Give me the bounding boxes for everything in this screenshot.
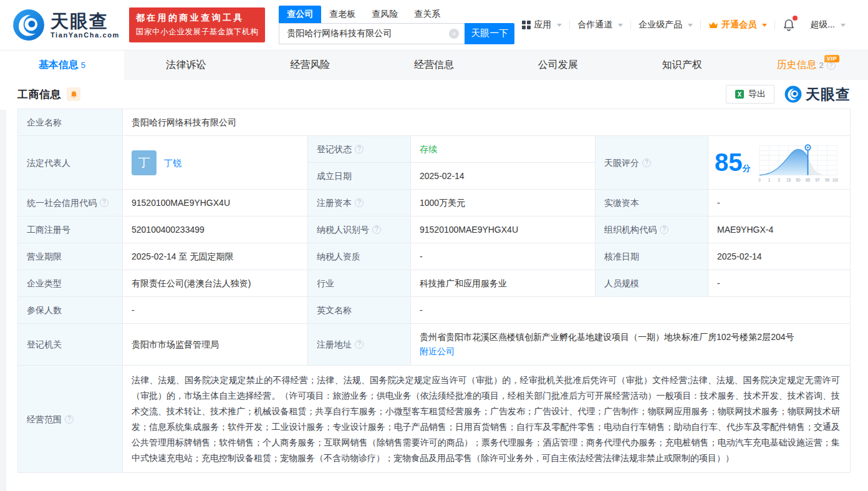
field-label: 纳税人识别号 ? <box>308 216 411 243</box>
tab-label: 知识产权 <box>662 59 702 72</box>
menu-account[interactable]: 超级... <box>803 19 853 31</box>
menu-apps-label: 应用 <box>534 19 551 31</box>
svg-text:99: 99 <box>824 177 829 182</box>
search-input[interactable] <box>279 29 465 39</box>
nested-cells: 登记状态 ? 存续 成立日期 2025-02-14 <box>308 136 596 189</box>
legal-rep-cell: 丁 丁锐 <box>123 136 308 189</box>
field-label: 英文名称 <box>308 297 411 323</box>
authority-value: 贵阳市市场监督管理局 <box>123 324 308 365</box>
section-title: 工商信息 <box>17 87 61 102</box>
menu-vip[interactable]: 开通会员 <box>701 19 774 31</box>
section-bar: 工商信息 导出 天眼查 <box>0 80 868 109</box>
menu-cooperation[interactable]: 合作通道 <box>570 19 630 31</box>
menu-apps[interactable]: 应用 <box>514 19 569 31</box>
menu-cooperation-label: 合作通道 <box>577 19 612 31</box>
help-icon[interactable]: ? <box>100 198 109 207</box>
help-icon[interactable]: ? <box>642 158 651 167</box>
tab-history-info[interactable]: VIP 历史信息 2 ? <box>744 51 868 80</box>
chevron-down-icon <box>557 24 562 27</box>
chevron-down-icon <box>688 24 693 27</box>
chart-x-ticks: 0 1 3 15 50 85 97 99 100 <box>758 177 838 182</box>
tab-intellectual-property[interactable]: 知识产权 <box>620 51 744 80</box>
tab-operation-risk[interactable]: 经营风险 <box>248 51 372 80</box>
business-scope-value: 法律、法规、国务院决定规定禁止的不得经营；法律、法规、国务院决定规定应当许可（审… <box>132 372 841 466</box>
search-tab-risk[interactable]: 查风险 <box>364 6 406 23</box>
watermark-logo: 天眼查 <box>784 85 851 104</box>
company-type-value: 有限责任公司(港澳台法人独资) <box>123 270 308 296</box>
est-date-value: 2025-02-14 <box>411 163 595 189</box>
tab-business-info[interactable]: 经营信息 <box>372 51 496 80</box>
svg-text:97: 97 <box>815 177 820 182</box>
score-distribution-chart: 0 1 3 15 50 85 97 99 100 <box>758 143 838 183</box>
export-label: 导出 <box>748 89 766 100</box>
tab-legal-litigation[interactable]: 法律诉讼 <box>124 51 248 80</box>
search-tab-boss[interactable]: 查老板 <box>321 6 364 23</box>
taxpayer-id-value: 91520100MAE9YHGX4U <box>411 216 596 243</box>
field-label: 行业 <box>308 270 411 296</box>
clear-icon[interactable]: × <box>449 29 459 39</box>
legal-rep-link[interactable]: 丁锐 <box>164 156 181 170</box>
org-code-value: MAE9YHGX-4 <box>708 216 850 243</box>
field-label: 实缴资本 <box>596 190 708 216</box>
help-icon[interactable]: ? <box>372 225 381 234</box>
table-row: 参保人数 - 英文名称 - <box>18 297 850 324</box>
tab-basic-info[interactable]: 基本信息 5 <box>0 51 124 80</box>
chevron-down-icon <box>841 24 846 27</box>
business-info-table: 企业名称 贵阳哈行网络科技有限公司 法定代表人 丁 丁锐 登记状态 ? 存续 成… <box>17 109 851 473</box>
svg-text:50: 50 <box>796 177 801 182</box>
field-label: 工商注册号 <box>18 216 123 243</box>
field-label: 人员规模 <box>596 270 708 296</box>
field-label: 纳税人资质 <box>308 243 411 270</box>
menu-enterprise[interactable]: 企业级产品 <box>631 19 700 31</box>
company-tabs: 基本信息 5 法律诉讼 经营风险 经营信息 公司发展 知识产权 VIP 历史信息… <box>0 50 868 80</box>
export-button[interactable]: 导出 <box>726 85 774 104</box>
search-button[interactable]: 天眼一下 <box>465 23 514 44</box>
help-icon[interactable]: ? <box>65 415 74 424</box>
field-label: 登记机关 <box>18 324 123 365</box>
svg-text:100: 100 <box>832 177 837 182</box>
score-unit: 分 <box>743 163 751 173</box>
chevron-down-icon <box>618 24 623 27</box>
score-value: 85 <box>715 148 743 176</box>
field-label: 注册地址 ? <box>308 324 411 365</box>
help-icon[interactable]: ? <box>660 225 668 234</box>
search-tab-relation[interactable]: 查关系 <box>406 6 448 23</box>
search-type-tabs: 查公司 查老板 查风险 查关系 <box>279 6 514 23</box>
tab-label: 经营信息 <box>414 59 454 72</box>
company-name-value: 贵阳哈行网络科技有限公司 <box>123 109 850 135</box>
help-icon[interactable]: ? <box>355 198 364 207</box>
tab-company-development[interactable]: 公司发展 <box>496 51 620 80</box>
field-label: 企业名称 <box>18 109 123 135</box>
top-menu: 应用 合作通道 企业级产品 开通会员 <box>514 19 853 31</box>
field-label: 经营范围 ? <box>18 366 123 472</box>
field-label: 营业期限 <box>18 243 123 270</box>
nearby-companies-link[interactable]: 附近公司 <box>420 346 455 356</box>
header: 天眼查 TianYanCha.com 都在用的商业查询工具 国家中小企业发展子基… <box>0 0 868 50</box>
table-row: 经营范围 ? 法律、法规、国务院决定规定禁止的不得经营；法律、法规、国务院决定规… <box>18 366 850 472</box>
address-value: 贵州省贵阳市花溪区燕楼镇创新产业孵化基地建设项目（一期）地块标准厂房102号楼第… <box>420 330 841 344</box>
tab-label: 公司发展 <box>538 59 578 72</box>
reg-capital-value: 1000万美元 <box>411 190 596 216</box>
help-icon[interactable]: ? <box>355 340 364 349</box>
help-icon[interactable]: ? <box>355 145 364 153</box>
field-label: 核准日期 <box>596 243 708 270</box>
insured-count-value: - <box>123 297 308 323</box>
vip-badge: VIP <box>824 55 839 62</box>
tianyancha-logo[interactable]: 天眼查 TianYanCha.com <box>12 9 120 41</box>
tab-label: 基本信息 <box>39 59 79 72</box>
field-label-text: 注册地址 <box>317 338 352 351</box>
slogan-line2: 国家中小企业发展子基金旗下机构 <box>136 27 259 37</box>
menu-vip-label: 开通会员 <box>721 19 756 31</box>
staff-size-value: - <box>708 270 850 296</box>
notifications-bell[interactable] <box>775 19 803 31</box>
tab-label: 经营风险 <box>290 59 330 72</box>
score-cell: 85分 <box>708 136 850 189</box>
monitor-bell-button[interactable] <box>67 87 80 101</box>
table-row: 企业名称 贵阳哈行网络科技有限公司 <box>18 109 850 136</box>
brand-domain: TianYanCha.com <box>51 31 120 39</box>
tianyancha-logo-icon <box>12 9 45 41</box>
tab-label: 法律诉讼 <box>166 59 206 72</box>
svg-text:1: 1 <box>768 177 770 182</box>
avatar: 丁 <box>132 150 157 175</box>
search-tab-company[interactable]: 查公司 <box>279 6 321 23</box>
